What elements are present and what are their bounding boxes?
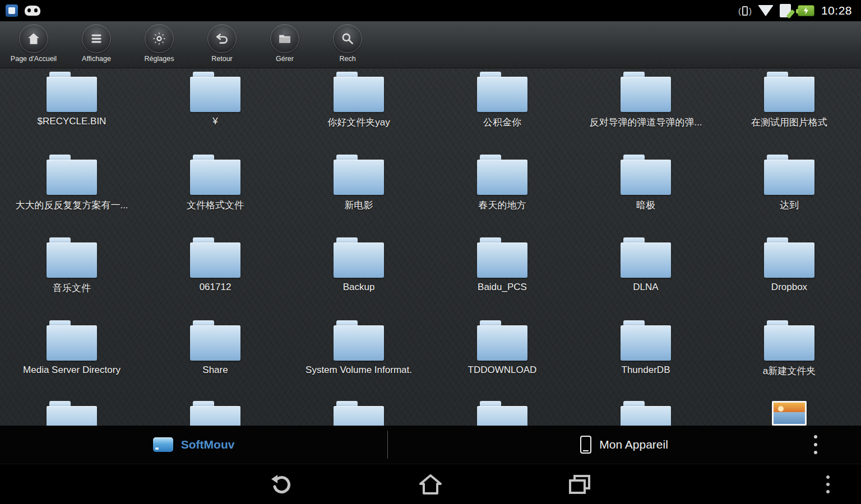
folder-label: 061712: [200, 282, 232, 293]
overflow-menu-icon[interactable]: [811, 432, 821, 458]
folder-item[interactable]: 达到: [718, 151, 861, 234]
folder-item[interactable]: a新建文件夹: [718, 317, 861, 400]
tab-softmouv[interactable]: SoftMouv: [0, 426, 387, 464]
nav-home-button[interactable]: [411, 469, 450, 500]
folder-item[interactable]: Backup: [287, 234, 430, 317]
folder-item[interactable]: [144, 400, 287, 426]
settings-button[interactable]: Réglages: [133, 24, 185, 63]
back-icon: [207, 24, 237, 53]
folder-icon: [334, 72, 384, 112]
gear-icon: [145, 24, 174, 53]
tab-divider: [387, 431, 388, 459]
file-grid: $RECYCLE.BIN ¥ 你好文件夹yay 公积金你 反对导弹的弹道导弹的弹…: [0, 68, 861, 426]
folder-icon: [764, 237, 814, 278]
file-manager-screen: () 10:28 Page d'Accueil Affichage Réglag…: [0, 0, 861, 504]
drive-icon: [153, 437, 173, 452]
folder-icon: [477, 320, 527, 361]
wifi-icon: [758, 5, 773, 16]
folder-label: Dropbox: [771, 282, 807, 293]
folder-item[interactable]: ThunderDB: [574, 317, 718, 400]
view-button[interactable]: Affichage: [71, 24, 122, 63]
folder-label: 文件格式文件: [187, 199, 244, 212]
folder-item[interactable]: ¥: [144, 68, 287, 151]
folder-label: 达到: [780, 199, 799, 212]
storage-tab-bar: SoftMouv Mon Appareil: [0, 426, 861, 464]
status-indicators: () 10:28: [738, 4, 855, 17]
folder-item[interactable]: 公积金你: [430, 68, 574, 151]
folder-label: 大大的反反复复方案有一...: [15, 199, 128, 212]
folder-item[interactable]: 你好文件夹yay: [287, 68, 430, 151]
folder-label: Share: [202, 365, 228, 376]
folder-icon: [334, 237, 384, 278]
folder-item[interactable]: Dropbox: [718, 234, 861, 317]
folder-icon: [47, 320, 97, 361]
folder-item[interactable]: 新电影: [287, 151, 430, 234]
vibrate-icon: (): [738, 6, 752, 16]
folder-item[interactable]: [430, 400, 574, 426]
folder-item[interactable]: TDDOWNLOAD: [430, 317, 574, 400]
folder-item[interactable]: Baidu_PCS: [430, 234, 574, 317]
folder-label: 反对导弹的弹道导弹的弹...: [589, 116, 702, 129]
toolbar: Page d'Accueil Affichage Réglages Retour…: [0, 21, 861, 68]
folder-label: $RECYCLE.BIN: [38, 116, 107, 127]
folder-item[interactable]: DLNA: [574, 234, 718, 317]
image-file-item[interactable]: [718, 400, 861, 426]
folder-item[interactable]: System Volume Informat.: [287, 317, 430, 400]
home-icon: [19, 24, 48, 53]
folder-icon: [621, 72, 671, 112]
folder-icon: [190, 320, 240, 361]
folder-label: 新电影: [345, 199, 373, 212]
tab-label: Mon Appareil: [599, 438, 668, 451]
search-button[interactable]: Rech: [322, 24, 373, 63]
folder-grid: $RECYCLE.BIN ¥ 你好文件夹yay 公积金你 反对导弹的弹道导弹的弹…: [0, 68, 861, 400]
nav-menu-icon[interactable]: [822, 471, 834, 498]
image-thumbnail: [772, 401, 807, 426]
folder-item[interactable]: Media Server Directory: [0, 317, 144, 400]
folder-label: ¥: [212, 116, 217, 127]
folder-item[interactable]: 文件格式文件: [144, 151, 287, 234]
mask-notification-icon: [25, 6, 40, 16]
folder-item[interactable]: 春天的地方: [430, 151, 574, 234]
folder-icon: [334, 401, 384, 426]
sd-write-icon: [780, 4, 791, 17]
folder-icon: [190, 72, 240, 112]
back-button[interactable]: Retour: [196, 24, 248, 63]
folder-icon: [334, 320, 384, 361]
home-button[interactable]: Page d'Accueil: [8, 24, 59, 63]
folder-item[interactable]: Share: [144, 317, 287, 400]
folder-icon: [47, 72, 97, 112]
folder-item[interactable]: [287, 400, 430, 426]
nav-back-button[interactable]: [262, 469, 301, 500]
folder-item[interactable]: 061712: [144, 234, 287, 317]
folder-label: Backup: [343, 282, 375, 293]
folder-icon: [764, 72, 814, 112]
folder-label: Media Server Directory: [23, 365, 121, 376]
manage-button[interactable]: Gérer: [259, 24, 311, 63]
folder-item[interactable]: 暗极: [574, 151, 718, 234]
folder-label: 春天的地方: [479, 199, 526, 212]
back-icon: [270, 474, 293, 494]
folder-icon: [47, 237, 97, 278]
toolbar-label: Page d'Accueil: [11, 55, 57, 63]
toolbar-label: Affichage: [82, 55, 111, 63]
tab-mon-appareil[interactable]: Mon Appareil: [387, 426, 861, 464]
phone-icon: [580, 436, 591, 454]
folder-icon: [190, 155, 240, 195]
folder-label: TDDOWNLOAD: [468, 365, 537, 376]
app-notification-icon: [6, 4, 18, 17]
folder-item[interactable]: [0, 400, 144, 426]
folder-label: ThunderDB: [622, 365, 670, 376]
folder-item[interactable]: 音乐文件: [0, 234, 144, 317]
status-notifications: [6, 4, 40, 17]
search-icon: [333, 24, 362, 53]
manage-folder-icon: [270, 24, 299, 53]
folder-item[interactable]: $RECYCLE.BIN: [0, 68, 144, 151]
folder-icon: [621, 320, 671, 361]
folder-item[interactable]: 反对导弹的弹道导弹的弹...: [574, 68, 718, 151]
folder-item[interactable]: 大大的反反复复方案有一...: [0, 151, 144, 234]
folder-item[interactable]: 在测试用图片格式: [718, 68, 861, 151]
folder-icon: [47, 401, 97, 426]
nav-recents-button[interactable]: [560, 469, 599, 500]
folder-icon: [477, 155, 527, 195]
folder-item[interactable]: [574, 400, 718, 426]
